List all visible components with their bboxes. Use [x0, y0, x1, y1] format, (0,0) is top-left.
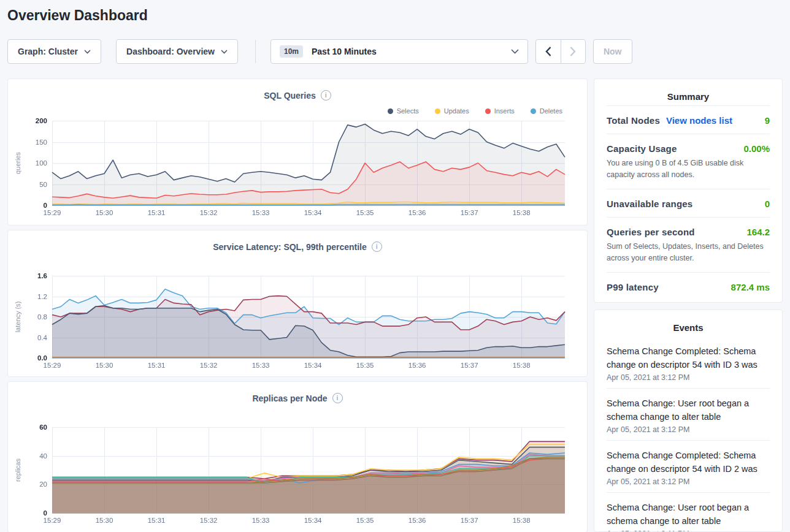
- summary-panel: Summary Total Nodes View nodes list 9 Ca…: [594, 78, 783, 303]
- chevron-down-icon: [511, 49, 519, 54]
- event-item: Schema Change: User root began a schema …: [607, 388, 770, 440]
- total-nodes-label: Total Nodes: [607, 115, 660, 126]
- time-range-label: Past 10 Minutes: [312, 47, 511, 56]
- chevron-right-icon: [570, 47, 576, 56]
- info-icon[interactable]: i: [321, 90, 331, 101]
- service-latency-panel: Service Latency: SQL, 99th percentile i: [7, 230, 588, 377]
- summary-row-queries-per-second: Queries per second 164.2 Sum of Selects,…: [607, 217, 770, 272]
- graph-dropdown-label: Graph: Cluster: [18, 47, 78, 56]
- event-text[interactable]: Schema Change: User root began a schema …: [607, 397, 770, 424]
- service-latency-chart[interactable]: [13, 271, 583, 373]
- sql-queries-panel: SQL Queries i SelectsUpdatesInsertsDelet…: [7, 78, 588, 226]
- legend-dot-icon: [388, 108, 393, 114]
- event-text[interactable]: Schema Change Completed: Schema change o…: [607, 449, 770, 476]
- legend-label: Inserts: [494, 107, 515, 115]
- chart-title: SQL Queries: [264, 91, 316, 101]
- legend-dot-icon: [485, 108, 491, 114]
- legend-label: Selects: [397, 107, 419, 115]
- legend-label: Deletes: [540, 107, 562, 115]
- events-panel: Events Schema Change Completed: Schema c…: [594, 310, 783, 532]
- summary-row-unavailable-ranges: Unavailable ranges 0: [607, 189, 770, 217]
- view-nodes-list-link[interactable]: View nodes list: [666, 115, 732, 126]
- legend-item-inserts[interactable]: Inserts: [485, 107, 515, 115]
- chevron-left-icon: [545, 47, 551, 56]
- legend-item-deletes[interactable]: Deletes: [531, 107, 562, 115]
- summary-title: Summary: [607, 79, 770, 105]
- event-timestamp: Apr 05, 2021 at 3:12 PM: [607, 477, 770, 486]
- queries-per-second-description: Sum of Selects, Updates, Inserts, and De…: [607, 241, 770, 264]
- replicas-per-node-chart[interactable]: [13, 422, 583, 528]
- event-item: Schema Change Completed: Schema change o…: [607, 440, 770, 492]
- events-title: Events: [607, 310, 770, 336]
- time-range-selector[interactable]: 10m Past 10 Minutes: [270, 39, 528, 64]
- replicas-per-node-panel: Replicas per Node i: [7, 381, 588, 532]
- chevron-down-icon: [84, 50, 91, 54]
- dashboard-dropdown-label: Dashboard: Overview: [126, 47, 215, 56]
- event-text[interactable]: Schema Change Completed: Schema change o…: [607, 344, 770, 371]
- event-item: Schema Change: User root began a schema …: [607, 492, 770, 532]
- info-icon[interactable]: i: [332, 393, 343, 403]
- event-item: Schema Change Completed: Schema change o…: [607, 336, 770, 388]
- time-range-badge: 10m: [280, 45, 303, 58]
- p99-latency-label: P99 latency: [607, 282, 659, 292]
- legend-item-updates[interactable]: Updates: [435, 107, 469, 115]
- legend-dot-icon: [435, 108, 440, 114]
- graph-dropdown[interactable]: Graph: Cluster: [7, 39, 101, 64]
- p99-latency-value: 872.4 ms: [731, 282, 770, 292]
- chart-title: Service Latency: SQL, 99th percentile: [213, 242, 367, 252]
- info-icon[interactable]: i: [372, 241, 382, 252]
- summary-row-capacity-usage: Capacity Usage 0.00% You are using 0 B o…: [607, 134, 770, 189]
- chevron-down-icon: [221, 50, 228, 54]
- page-title: Overview Dashboard: [7, 7, 148, 24]
- toolbar-divider: [255, 40, 256, 63]
- summary-row-p99-latency: P99 latency 872.4 ms: [607, 272, 770, 300]
- event-text[interactable]: Schema Change: User root began a schema …: [607, 501, 770, 528]
- now-button[interactable]: Now: [593, 39, 632, 64]
- sql-queries-legend: SelectsUpdatesInsertsDeletes: [388, 107, 562, 115]
- legend-dot-icon: [531, 108, 536, 114]
- unavailable-ranges-label: Unavailable ranges: [607, 199, 692, 209]
- events-list: Schema Change Completed: Schema change o…: [607, 336, 770, 532]
- capacity-usage-value: 0.00%: [743, 143, 770, 154]
- legend-item-selects[interactable]: Selects: [388, 107, 419, 115]
- event-timestamp: Apr 05, 2021 at 3:12 PM: [607, 425, 770, 434]
- legend-label: Updates: [444, 107, 469, 115]
- event-timestamp: Apr 05, 2021 at 3:11 PM: [607, 530, 770, 532]
- capacity-usage-label: Capacity Usage: [607, 143, 677, 154]
- unavailable-ranges-value: 0: [765, 199, 770, 209]
- next-range-button[interactable]: [561, 40, 585, 63]
- summary-row-total-nodes: Total Nodes View nodes list 9: [607, 105, 770, 134]
- now-button-label: Now: [604, 47, 622, 56]
- sql-queries-chart[interactable]: [13, 116, 583, 220]
- chart-title: Replicas per Node: [252, 393, 327, 403]
- overview-dashboard-page: Overview Dashboard Graph: Cluster Dashbo…: [0, 0, 790, 532]
- total-nodes-value: 9: [765, 115, 770, 126]
- toolbar: Graph: Cluster Dashboard: Overview 10m P…: [7, 39, 632, 64]
- queries-per-second-value: 164.2: [746, 227, 770, 237]
- capacity-usage-description: You are using 0 B of 4.5 GiB usable disk…: [607, 158, 770, 181]
- time-step-buttons: [535, 39, 586, 64]
- dashboard-dropdown[interactable]: Dashboard: Overview: [116, 39, 238, 64]
- queries-per-second-label: Queries per second: [607, 227, 695, 237]
- event-timestamp: Apr 05, 2021 at 3:12 PM: [607, 373, 770, 382]
- previous-range-button[interactable]: [536, 40, 561, 63]
